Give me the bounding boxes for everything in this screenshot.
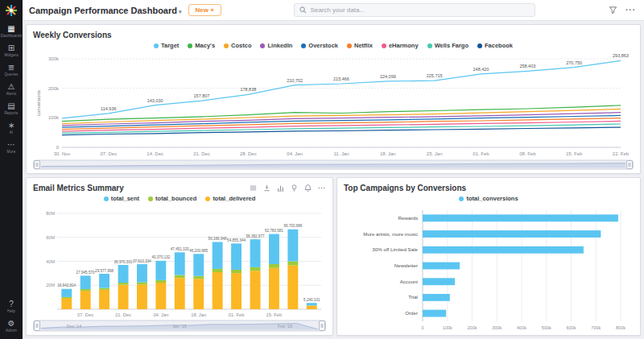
sidebar-item-admin[interactable]: ⚙Admin bbox=[0, 316, 23, 335]
svg-text:Jan '15: Jan '15 bbox=[172, 324, 187, 329]
menu-icon[interactable] bbox=[249, 184, 258, 192]
main-area: Campaign Performance Dashboard▾ New + bbox=[23, 0, 644, 339]
sidebar-item-label: Admin bbox=[6, 329, 17, 333]
sidebar-item-widgets[interactable]: ⊞Widgets bbox=[0, 40, 23, 60]
legend-swatch bbox=[459, 196, 464, 201]
top-header: Campaign Performance Dashboard▾ New + bbox=[23, 0, 644, 21]
top-widget-head: Top Campaigns by Conversions bbox=[344, 182, 634, 193]
sidebar-item-more[interactable]: ⋯More bbox=[0, 137, 23, 156]
weekly-conversions-widget: Weekly Conversions TargetMacy'sCostcoLin… bbox=[26, 24, 641, 174]
svg-text:66,700,686: 66,700,686 bbox=[283, 224, 302, 228]
sisense-logo[interactable] bbox=[0, 0, 23, 21]
weekly-conversions-chart[interactable]: 0100k200k300kconversions30. Nov07. Dec14… bbox=[33, 51, 634, 158]
sidebar-item-dashboards[interactable]: ▦Dashboards bbox=[0, 21, 23, 40]
legend-swatch bbox=[205, 196, 210, 201]
email-chart-navigator[interactable]: Dec '14Jan '15Feb '15 bbox=[33, 320, 326, 332]
chevron-down-icon: ▾ bbox=[179, 9, 182, 14]
top-campaigns-chart[interactable]: 0100k200k300k400k500k600k700k800kRewards… bbox=[344, 204, 634, 332]
svg-text:225,715: 225,715 bbox=[427, 73, 443, 78]
legend-item-linkedin[interactable]: LinkedIn bbox=[260, 42, 292, 49]
svg-text:01. Feb: 01. Feb bbox=[473, 151, 489, 156]
svg-text:215,466: 215,466 bbox=[333, 76, 349, 81]
legend-item-netflix[interactable]: Netflix bbox=[347, 42, 373, 49]
sidebar-item-label: AI bbox=[10, 130, 14, 134]
svg-text:21. Dec: 21. Dec bbox=[115, 312, 131, 317]
dashboards-icon: ▦ bbox=[7, 24, 14, 33]
header-more-icon[interactable]: ··· bbox=[625, 6, 636, 14]
sidebar-item-label: Alerts bbox=[6, 92, 17, 96]
sidebar-item-ai[interactable]: ∗AI bbox=[0, 118, 23, 137]
legend-item-facebook[interactable]: Facebook bbox=[477, 42, 513, 49]
export-icon[interactable] bbox=[262, 184, 271, 192]
svg-text:157,807: 157,807 bbox=[194, 93, 210, 98]
legend-item-target[interactable]: Target bbox=[154, 42, 179, 49]
search-input[interactable] bbox=[310, 6, 530, 14]
svg-text:More artists, more music: More artists, more music bbox=[363, 231, 418, 237]
legend-item-overstock[interactable]: Overstock bbox=[301, 42, 338, 49]
weekly-chart-navigator[interactable] bbox=[33, 159, 634, 170]
svg-text:18. Jan: 18. Jan bbox=[191, 312, 206, 317]
queries-icon: ≣ bbox=[8, 63, 14, 72]
filter-icon[interactable] bbox=[609, 6, 617, 14]
new-button[interactable]: New + bbox=[188, 4, 221, 16]
legend-item-total-conversions[interactable]: total_conversions bbox=[459, 195, 518, 202]
legend-label: Macy's bbox=[195, 42, 215, 49]
chart-type-icon[interactable] bbox=[276, 184, 285, 192]
email-metrics-widget: Email Metrics Summary total_senttotal_bo… bbox=[26, 177, 333, 336]
svg-text:800k: 800k bbox=[616, 325, 625, 330]
legend-item-total-delivered[interactable]: total_delivered bbox=[205, 195, 255, 202]
legend-item-total-sent[interactable]: total_sent bbox=[104, 195, 139, 202]
svg-text:47,451,320: 47,451,320 bbox=[171, 247, 189, 251]
legend-label: total_bounced bbox=[155, 195, 196, 202]
dashboard-content: Weekly Conversions TargetMacy'sCostcoLin… bbox=[23, 21, 644, 339]
svg-text:700k: 700k bbox=[591, 325, 601, 330]
weekly-legend: TargetMacy'sCostcoLinkedInOverstockNetfl… bbox=[33, 40, 634, 51]
svg-text:100k: 100k bbox=[443, 325, 452, 330]
svg-text:04. Jan: 04. Jan bbox=[153, 312, 168, 317]
legend-label: total_delivered bbox=[213, 195, 255, 202]
sidebar-item-alerts[interactable]: ⚠Alerts bbox=[0, 79, 23, 98]
legend-swatch bbox=[347, 43, 352, 48]
widget-more-icon[interactable] bbox=[317, 184, 326, 192]
legend-item-wells-fargo[interactable]: Wells Fargo bbox=[427, 42, 469, 49]
svg-text:Trial: Trial bbox=[408, 294, 418, 300]
svg-text:36,970,301: 36,970,301 bbox=[114, 260, 133, 264]
bell-icon[interactable] bbox=[303, 184, 312, 192]
svg-text:40M: 40M bbox=[46, 259, 55, 264]
svg-text:Order: Order bbox=[405, 310, 418, 316]
widget-title: Top Campaigns by Conversions bbox=[344, 184, 466, 192]
svg-text:conversions: conversions bbox=[36, 90, 41, 116]
svg-text:46,200,885: 46,200,885 bbox=[189, 249, 208, 253]
dashboard-title[interactable]: Campaign Performance Dashboard▾ bbox=[29, 6, 182, 15]
svg-text:600k: 600k bbox=[567, 325, 576, 330]
svg-text:37,610,334: 37,610,334 bbox=[133, 259, 151, 263]
weekly-widget-head: Weekly Conversions bbox=[33, 29, 634, 40]
svg-text:5,240,101: 5,240,101 bbox=[303, 298, 320, 302]
legend-label: Overstock bbox=[308, 42, 338, 49]
svg-text:01. Feb: 01. Feb bbox=[229, 312, 245, 317]
svg-text:200k: 200k bbox=[48, 86, 60, 91]
sidebar-item-label: Reports bbox=[4, 111, 18, 115]
search-box[interactable] bbox=[294, 3, 535, 17]
reports-icon: ▤ bbox=[7, 101, 14, 110]
sidebar-item-queries[interactable]: ≣Queries bbox=[0, 60, 23, 79]
svg-text:258,403: 258,403 bbox=[519, 64, 535, 68]
legend-item-total-bounced[interactable]: total_bounced bbox=[148, 195, 196, 202]
legend-item-macy-s[interactable]: Macy's bbox=[188, 42, 215, 49]
svg-text:210,702: 210,702 bbox=[287, 78, 303, 83]
search-icon bbox=[299, 6, 307, 14]
sidebar-item-reports[interactable]: ▤Reports bbox=[0, 98, 23, 118]
legend-item-costco[interactable]: Costco bbox=[224, 42, 251, 49]
svg-text:18. Jan: 18. Jan bbox=[380, 151, 396, 156]
svg-text:200k: 200k bbox=[468, 325, 477, 330]
email-metrics-chart[interactable]: 20M40M60M80M16,942,81427,945,57029,577,8… bbox=[33, 204, 326, 318]
svg-text:07. Dec: 07. Dec bbox=[77, 312, 93, 317]
legend-label: Wells Fargo bbox=[435, 42, 469, 49]
insights-bulb-icon[interactable] bbox=[290, 184, 299, 192]
widget-title: Weekly Conversions bbox=[33, 31, 112, 39]
sidebar-item-help[interactable]: ?Help bbox=[0, 296, 23, 316]
legend-label: Target bbox=[161, 42, 179, 49]
legend-item-eharmony[interactable]: eHarmony bbox=[382, 42, 419, 49]
svg-text:21. Dec: 21. Dec bbox=[193, 151, 210, 156]
email-widget-head: Email Metrics Summary bbox=[33, 182, 326, 193]
